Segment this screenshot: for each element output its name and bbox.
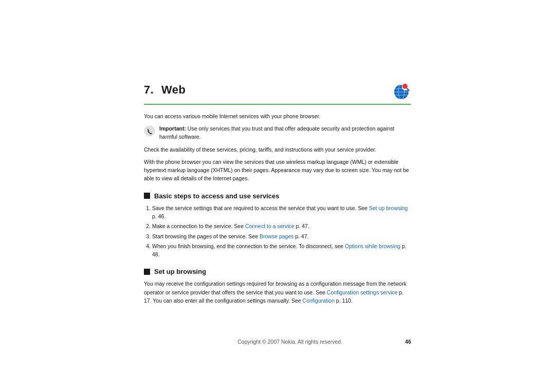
step3-after: p. 47. (294, 233, 309, 239)
important-box: Important: Use only services that you tr… (144, 124, 411, 141)
link-set-up-browsing[interactable]: Set up browsing (369, 205, 408, 211)
page-container: 7. Web You can access various mobile Int… (144, 63, 411, 329)
para1: Check the availability of these services… (144, 145, 411, 154)
step4-before: When you finish browsing, end the connec… (152, 243, 345, 249)
list-item: Make a connection to the service. See Co… (152, 222, 411, 230)
section1-heading: Basic steps to access and use services (144, 192, 411, 200)
chapter-title: 7. (144, 83, 154, 97)
important-label: Important: (159, 125, 186, 132)
important-text: Important: Use only services that you tr… (159, 124, 411, 141)
section2-heading: Set up browsing (144, 268, 411, 275)
step1-after: p. 46. (152, 213, 165, 219)
steps-list: Save the service settings that are requi… (152, 204, 411, 259)
section-square-icon2 (144, 269, 150, 275)
section2-title: Set up browsing (154, 268, 206, 275)
globe-icon (392, 81, 411, 101)
section1-title: Basic steps to access and use services (154, 192, 280, 200)
step2-after: p. 47. (294, 223, 309, 229)
chapter-name: Web (158, 83, 392, 97)
section-square-icon (144, 193, 150, 199)
list-item: Save the service settings that are requi… (152, 204, 411, 221)
list-item: When you finish browsing, end the connec… (152, 242, 411, 259)
link-connect-service[interactable]: Connect to a service (245, 223, 294, 229)
page-number: 46 (405, 339, 411, 345)
link-browse-pages[interactable]: Browse pages (260, 233, 294, 239)
link-configuration[interactable]: Configuration (303, 297, 335, 304)
step2-before: Make a connection to the service. See (152, 223, 245, 229)
important-body: Use only services that you trust and tha… (159, 125, 394, 140)
step1-before: Save the service settings that are requi… (152, 205, 369, 211)
list-item: Start browsing the pages of the service.… (152, 232, 411, 240)
important-icon (144, 125, 155, 137)
section2-text-after: p. 110. (335, 297, 353, 304)
link-options-browsing[interactable]: Options while browsing (345, 243, 400, 249)
chapter-header: 7. Web (144, 83, 411, 101)
page-footer: Copyright © 2007 Nokia. All rights reser… (144, 334, 411, 345)
section-divider (144, 104, 411, 105)
step3-before: Start browsing the pages of the service.… (152, 233, 260, 239)
section2-body: You may receive the configuration settin… (144, 279, 411, 305)
link-config-settings[interactable]: Configuration settings service (327, 289, 398, 295)
copyright-text: Copyright © 2007 Nokia. All rights reser… (175, 339, 405, 345)
para2: With the phone browser you can view the … (144, 158, 411, 183)
intro-text: You can access various mobile Internet s… (144, 112, 411, 120)
